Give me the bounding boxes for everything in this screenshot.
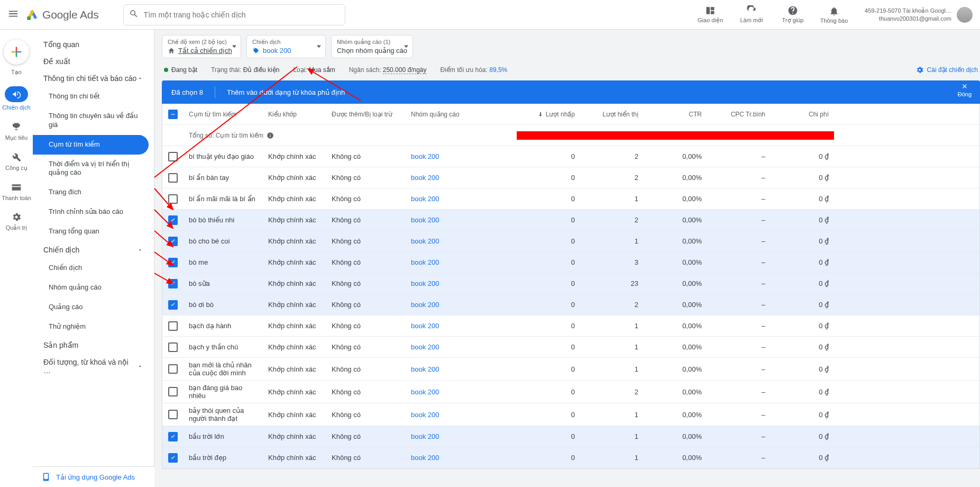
- cell-adgroup[interactable]: book 200: [406, 152, 517, 160]
- scope-view[interactable]: Chế độ xem (2 bộ lọc) Tất cả chiến dịch: [162, 35, 241, 58]
- notifications-button[interactable]: Thông báo: [817, 6, 851, 24]
- cell-adgroup[interactable]: book 200: [406, 195, 517, 203]
- refresh-icon: [746, 5, 757, 16]
- search-terms-table: Cụm từ tìm kiếm Kiểu khớp Được thêm/Bị l…: [162, 104, 980, 469]
- cell-adgroup[interactable]: book 200: [406, 365, 517, 373]
- row-checkbox[interactable]: [168, 237, 178, 246]
- cell-cpc: –: [707, 152, 771, 160]
- nav-campaigns-group[interactable]: Chiến dịch: [33, 241, 154, 258]
- cell-cost: 0 ₫: [771, 152, 834, 160]
- help-button[interactable]: Trợ giúp: [776, 5, 810, 24]
- nav-dashboard[interactable]: Trang tổng quan: [33, 222, 154, 241]
- nav-report-editor[interactable]: Trình chỉnh sửa báo cáo: [33, 202, 154, 222]
- refresh-button[interactable]: Làm mới: [735, 5, 768, 24]
- avatar[interactable]: [957, 7, 973, 23]
- col-adgroup[interactable]: Nhóm quảng cáo: [406, 111, 517, 118]
- cell-term: ban mới là chủ nhân của cuộc đời mình: [184, 361, 263, 377]
- nav-overview[interactable]: Tổng quan: [33, 36, 154, 53]
- cell-adgroup[interactable]: book 200: [406, 432, 517, 440]
- account-text: 459-219-5070 Tài khoản Googl… thuanvo200…: [865, 7, 951, 22]
- search-input[interactable]: [144, 11, 340, 19]
- cell-adgroup[interactable]: book 200: [406, 388, 517, 396]
- appearance-button[interactable]: Giao diện: [693, 5, 727, 24]
- row-checkbox[interactable]: [168, 215, 178, 225]
- logo[interactable]: Google Ads: [26, 8, 99, 21]
- cell-adgroup[interactable]: book 200: [406, 258, 517, 266]
- nav-landing[interactable]: Trang đích: [33, 183, 154, 202]
- add-negative-keywords-button[interactable]: Thêm vào dưới dạng từ khóa phủ định: [227, 88, 345, 96]
- close-selection-button[interactable]: Đóng: [958, 83, 972, 97]
- campaign-settings-link[interactable]: Cài đặt chiến dịch: [915, 66, 978, 74]
- nav-campaigns[interactable]: Chiến dịch: [33, 258, 154, 278]
- row-checkbox[interactable]: [168, 387, 178, 396]
- totals-label: Tổng số: Cụm từ tìm kiếm: [189, 132, 263, 139]
- select-all-checkbox[interactable]: [168, 110, 178, 119]
- nav-insights-group[interactable]: Thông tin chi tiết và báo cáo: [33, 70, 154, 87]
- rail-admin[interactable]: Quản trị: [1, 208, 32, 236]
- cell-cpc: –: [707, 301, 771, 309]
- row-checkbox[interactable]: [168, 364, 178, 374]
- row-checkbox[interactable]: [168, 173, 178, 183]
- table-row: bò cho bé coiKhớp chính xácKhông cóbook …: [162, 231, 979, 252]
- col-impr[interactable]: Lượt hiển thị: [580, 111, 644, 118]
- cell-clicks: 0: [517, 152, 580, 160]
- cell-adgroup[interactable]: book 200: [406, 216, 517, 224]
- cell-adgroup[interactable]: book 200: [406, 237, 517, 245]
- cell-adgroup[interactable]: book 200: [406, 279, 517, 287]
- row-checkbox[interactable]: [168, 342, 178, 352]
- row-checkbox[interactable]: [168, 453, 178, 463]
- cell-adgroup[interactable]: book 200: [406, 454, 517, 462]
- row-checkbox[interactable]: [168, 321, 178, 331]
- col-cost[interactable]: Chi phí: [771, 111, 834, 118]
- row-checkbox[interactable]: [168, 152, 178, 161]
- cell-impr: 2: [580, 301, 644, 309]
- nav-insights[interactable]: Thông tin chi tiết: [33, 87, 154, 106]
- row-checkbox[interactable]: [168, 194, 178, 204]
- nav-adgroups[interactable]: Nhóm quảng cáo: [33, 278, 154, 297]
- cell-cost: 0 ₫: [771, 237, 834, 245]
- nav-experiments[interactable]: Thử nghiệm: [33, 317, 154, 337]
- row-checkbox[interactable]: [168, 300, 178, 310]
- cell-adgroup[interactable]: book 200: [406, 174, 517, 182]
- cell-cpc: –: [707, 279, 771, 287]
- cell-adgroup[interactable]: book 200: [406, 411, 517, 419]
- nav-when-where[interactable]: Thời điểm và vị trí hiển thị quảng cáo: [33, 155, 154, 183]
- row-checkbox[interactable]: [168, 410, 178, 419]
- row-checkbox[interactable]: [168, 258, 178, 267]
- info-icon[interactable]: [267, 132, 274, 139]
- cell-cpc: –: [707, 258, 771, 266]
- status-budget[interactable]: Ngân sách: 250.000 đ/ngày: [349, 66, 427, 74]
- create-button[interactable]: Tạo: [1, 35, 32, 80]
- account-switcher[interactable]: 459-219-5070 Tài khoản Googl… thuanvo200…: [865, 7, 973, 23]
- status-enabled: Đang bật: [164, 66, 197, 74]
- download-app-link[interactable]: Tải ứng dụng Google Ads: [33, 466, 154, 487]
- cell-adgroup[interactable]: book 200: [406, 301, 517, 309]
- cell-adgroup[interactable]: book 200: [406, 322, 517, 330]
- col-added[interactable]: Được thêm/Bị loại trừ: [326, 111, 406, 118]
- rail-tools[interactable]: Công cụ: [1, 148, 32, 176]
- col-term[interactable]: Cụm từ tìm kiếm: [184, 111, 263, 118]
- rail-billing[interactable]: Thanh toán: [1, 178, 32, 205]
- row-checkbox[interactable]: [168, 279, 178, 288]
- col-ctr[interactable]: CTR: [644, 111, 707, 118]
- cell-impr: 3: [580, 258, 644, 266]
- col-match[interactable]: Kiểu khớp: [263, 111, 326, 118]
- nav-search-terms[interactable]: Cụm từ tìm kiếm: [33, 135, 149, 155]
- col-cpc[interactable]: CPC Tr.bình: [707, 111, 771, 118]
- rail-campaigns[interactable]: Chiến dịch: [1, 82, 32, 115]
- col-clicks[interactable]: Lượt nhấp: [517, 111, 580, 118]
- cell-adgroup[interactable]: book 200: [406, 343, 517, 351]
- rail-goals[interactable]: Mục tiêu: [1, 118, 32, 146]
- menu-icon[interactable]: [7, 8, 19, 21]
- nav-products[interactable]: Sản phẩm: [33, 337, 154, 354]
- rail-tools-label: Công cụ: [5, 165, 28, 172]
- scope-campaign[interactable]: Chiến dịch book 200: [246, 35, 326, 58]
- row-checkbox[interactable]: [168, 432, 178, 441]
- nav-recommendations[interactable]: Đề xuất: [33, 53, 154, 70]
- nav-auction[interactable]: Thông tin chuyên sâu về đấu giá: [33, 106, 154, 135]
- search-box[interactable]: [123, 4, 345, 25]
- scope-adgroup[interactable]: Nhóm quảng cáo (1) Chọn nhóm quảng cáo: [331, 35, 413, 58]
- gear-icon: [915, 66, 924, 74]
- nav-audiences[interactable]: Đối tượng, từ khoá và nội …: [33, 354, 154, 379]
- nav-ads[interactable]: Quảng cáo: [33, 297, 154, 317]
